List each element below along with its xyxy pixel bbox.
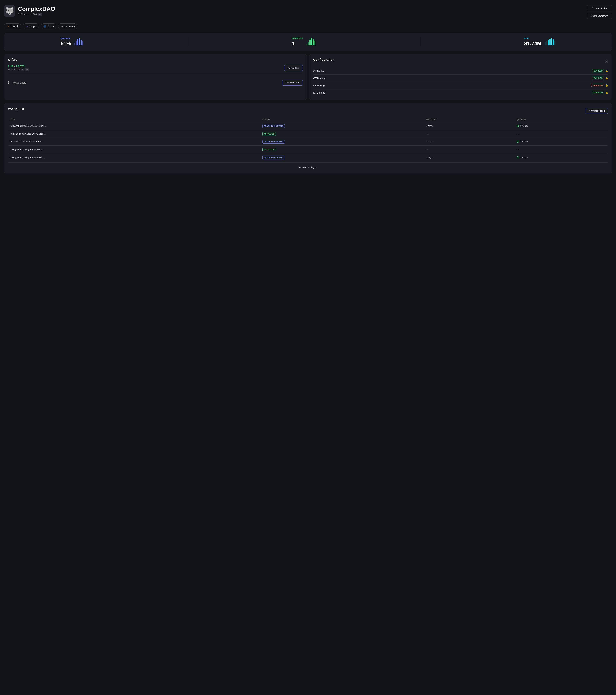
gt-burning-row: GT Burning ENABLED 🔒 [313, 74, 608, 82]
quorum-dot-1 [517, 125, 519, 127]
etherscan-icon: ◎ [61, 25, 64, 28]
voting-row-2-status: ACTIVATED [261, 130, 424, 138]
aum-bar-2 [546, 41, 547, 45]
voting-row-4-status: ACTIVATED [261, 146, 424, 153]
voting-row-4-status-badge: ACTIVATED [263, 148, 276, 151]
private-count: 3 [8, 81, 10, 84]
view-all-voting-button[interactable]: View All Voting → [299, 166, 317, 169]
offers-config-row: Offers 1 LP = 1.5 BTC 0x10C6...0D26 ⧉ Pu… [4, 54, 612, 100]
voting-row-5: Change LP Minting Status: Enab... READY … [8, 153, 608, 162]
debank-icon: ₿ [6, 25, 10, 28]
gt-burning-badge: ENABLED [592, 77, 604, 80]
offer-address-row: 0x10C6...0D26 ⧉ [8, 68, 29, 71]
voting-row-2-title: Add Permitted: 0x61ef99673A65B... [8, 130, 261, 138]
lp-burning-row: LP Burning ENABLED 🔒 [313, 89, 608, 96]
change-contacts-button[interactable]: Change Contacts [587, 13, 612, 19]
aum-bar-3 [548, 40, 549, 45]
voting-row-3-quorum: 100.0% [515, 138, 608, 146]
quorum-info: QUORUM 51% [61, 37, 71, 47]
voting-row-3-quorum-cell: 100.0% [517, 140, 606, 143]
public-offer-button[interactable]: Public Offer [284, 65, 303, 71]
lp-minting-badge: DISABLED [591, 84, 604, 87]
aum-bar-7 [554, 40, 555, 45]
voting-row-5-status-badge: READY TO ACTIVATE [263, 156, 285, 159]
stat-divider-2 [420, 37, 420, 47]
gt-minting-row: GT Minting ENABLED 🔒 [313, 67, 608, 74]
gt-burning-lock-icon: 🔒 [605, 77, 608, 80]
aum-value: $1.74M [524, 40, 542, 47]
members-chart [306, 38, 315, 45]
voting-table-header-row: TITLE STATUS TIME LEFT QUORUM [8, 117, 608, 122]
copy-address-button[interactable]: ⧉ [38, 13, 42, 16]
quorum-value-3: 100.0% [520, 140, 528, 143]
dao-info: ComplexDAO 0x61ef...4296 ⧉ [18, 6, 55, 16]
voting-row-5-status: READY TO ACTIVATE [261, 153, 424, 162]
members-label: MEMBERS [292, 37, 303, 40]
gt-minting-lock-icon: 🔒 [605, 70, 608, 72]
lp-minting-lock-icon: 🔒 [605, 84, 608, 87]
gt-minting-badge: ENABLED [592, 69, 604, 72]
lp-burning-badge: ENABLED [592, 91, 604, 94]
offer-details: 1 LP = 1.5 BTC 0x10C6...0D26 ⧉ [8, 65, 29, 71]
offers-panel: Offers 1 LP = 1.5 BTC 0x10C6...0D26 ⧉ Pu… [4, 54, 307, 100]
configuration-panel: Configuration ℹ GT Minting ENABLED 🔒 GT … [309, 54, 612, 100]
lp-burning-label: LP Burning [313, 91, 325, 94]
voting-row-4-title: Change LP Minting Status: Disa... [8, 146, 261, 153]
voting-row-4: Change LP Minting Status: Disa... ACTIVA… [8, 146, 608, 153]
voting-panel: Voting List + Create Voting TITLE STATUS… [4, 103, 612, 173]
aum-chart [545, 38, 555, 45]
voting-row-1-time: 2 days [424, 122, 515, 130]
config-header: Configuration ℹ [313, 58, 608, 65]
aum-bar-4 [549, 39, 551, 45]
voting-row-3-title: Freeze LP Minting Status: Disa... [8, 138, 261, 146]
create-voting-plus-icon: + [589, 109, 590, 112]
voting-row-3-status: READY TO ACTIVATE [261, 138, 424, 146]
etherscan-label: Etherscan [65, 25, 75, 28]
zerion-link[interactable]: Z Zerion [41, 23, 56, 29]
members-bar-3 [310, 40, 311, 45]
voting-row-4-time: — [424, 146, 515, 153]
col-title: TITLE [8, 117, 261, 122]
quorum-value-5: 100.0% [520, 156, 528, 159]
debank-link[interactable]: ₿ DeBank [4, 23, 21, 29]
quorum-dot-5 [517, 156, 519, 158]
quorum-bar-3 [77, 39, 79, 45]
zapper-label: Zapper [29, 25, 36, 28]
private-offers-row: 3 Private Offers Private Offers [8, 77, 303, 86]
zerion-label: Zerion [47, 25, 54, 28]
copy-offer-address-button[interactable]: ⧉ [25, 68, 29, 71]
voting-row-2-quorum: — [515, 130, 608, 138]
gt-burning-label: GT Burning [313, 77, 326, 80]
quorum-dot-3 [517, 140, 519, 143]
etherscan-link[interactable]: ◎ Etherscan [58, 23, 78, 29]
voting-row-1-status-badge: READY TO ACTIVATE [263, 124, 285, 128]
dao-avatar: 🐺 [4, 5, 15, 17]
external-links-bar: ₿ DeBank ⬡ Zapper Z Zerion ◎ Etherscan [4, 23, 612, 29]
config-info-icon[interactable]: ℹ [605, 60, 608, 63]
create-voting-button[interactable]: + Create Voting [585, 108, 608, 114]
members-bar-1 [306, 44, 307, 45]
voting-table-head: TITLE STATUS TIME LEFT QUORUM [8, 117, 608, 122]
voting-row-5-title: Change LP Minting Status: Enab... [8, 153, 261, 162]
public-offer-row: 1 LP = 1.5 BTC 0x10C6...0D26 ⧉ Public Of… [8, 65, 303, 71]
private-label: Private Offers [11, 81, 26, 84]
quorum-bar-6 [82, 41, 83, 45]
zapper-icon: ⬡ [26, 25, 28, 28]
quorum-label: QUORUM [61, 37, 71, 40]
voting-table: TITLE STATUS TIME LEFT QUORUM Add Adapte… [8, 117, 608, 161]
dao-address-row: 0x61ef...4296 ⧉ [18, 13, 55, 16]
gt-minting-right: ENABLED 🔒 [592, 69, 608, 72]
voting-row-3-time: 2 days [424, 138, 515, 146]
change-avatar-button[interactable]: Change Avatar [587, 5, 612, 11]
private-offers-button[interactable]: Private Offers [282, 80, 303, 86]
members-value: 1 [292, 40, 303, 47]
config-title: Configuration [313, 58, 334, 62]
quorum-bar-5 [81, 40, 82, 45]
offer-address-text: 0x10C6...0D26 [8, 68, 24, 71]
members-stat: MEMBERS 1 [292, 37, 315, 47]
create-voting-label: Create Voting [591, 109, 605, 112]
voting-header: Voting List + Create Voting [8, 107, 608, 114]
aum-bar-5 [551, 38, 552, 45]
zapper-link[interactable]: ⬡ Zapper [23, 23, 39, 29]
voting-row-1: Add Adapter: 0x61ef99673A65BeE... READY … [8, 122, 608, 130]
